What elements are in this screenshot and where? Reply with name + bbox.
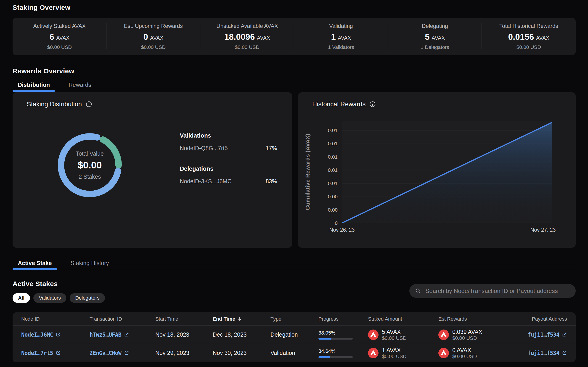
external-link-icon <box>124 350 129 356</box>
info-icon[interactable] <box>369 101 376 108</box>
end-time: Dec 18, 2023 <box>213 331 270 338</box>
stat-unit: AVAX <box>56 35 69 41</box>
staked-amount-cell: 5 AVAX$0.00 USD <box>368 328 438 341</box>
est-rewards-cell: 0.039 AVAX$0.00 USD <box>438 328 514 341</box>
stat-delegating: Delegating 5AVAX 1 Delegators <box>388 18 482 55</box>
y-tick: 0.01 <box>312 127 338 133</box>
search-bar[interactable] <box>409 284 576 298</box>
staking-distribution-title: Staking Distribution <box>27 100 82 108</box>
payout-address-link[interactable]: fuji1…f534 <box>528 332 567 338</box>
progress-cell: 34.64% <box>318 348 368 358</box>
external-link-icon <box>562 332 567 337</box>
stat-sub: $0.00 USD <box>235 44 260 50</box>
area-chart <box>342 121 552 223</box>
y-tick: 0.00 <box>312 194 338 200</box>
tx-id-link[interactable]: hTwz5…UFAB <box>90 332 129 338</box>
progress-bar <box>318 338 353 340</box>
stat-label: Est. Upcoming Rewards <box>124 23 183 29</box>
table-header: Node ID Transaction ID Start Time End Ti… <box>13 312 576 325</box>
sort-desc-icon <box>237 317 242 322</box>
start-time: Nov 18, 2023 <box>155 331 213 338</box>
tab-active-stake[interactable]: Active Stake <box>13 260 57 270</box>
validation-row: NodeID-Q8G...7rt5 17% <box>180 145 277 151</box>
tab-distribution[interactable]: Distribution <box>13 81 55 92</box>
col-est-rewards: Est Rewards <box>438 316 514 322</box>
stat-unit: AVAX <box>338 35 351 41</box>
external-link-icon <box>124 332 129 337</box>
col-staked-amount: Staked Amount <box>368 316 438 322</box>
stat-value: 0.0156 <box>508 32 534 42</box>
delegation-percent: 83% <box>266 178 277 185</box>
donut-total-value: $0.00 <box>78 160 102 171</box>
staking-overview-stats: Actively Staked AVAX 6AVAX $0.00 USD Est… <box>13 18 576 55</box>
stat-label: Unstaked Available AVAX <box>216 23 278 29</box>
payout-address-text: fuji1…f534 <box>528 350 560 356</box>
stake-tabs: Active Stake Staking History <box>13 260 576 270</box>
col-start-time: Start Time <box>155 316 213 322</box>
search-input[interactable] <box>425 287 570 295</box>
end-time: Nov 30, 2023 <box>213 350 270 356</box>
col-progress: Progress <box>318 316 368 322</box>
est-rewards-amount: 0.039 AVAX <box>452 328 482 335</box>
tx-id-link[interactable]: 2EnGv…CMoW <box>90 350 129 356</box>
page-title: Staking Overview <box>13 4 576 11</box>
y-tick: 0 <box>312 220 338 226</box>
payout-address-link[interactable]: fuji1…f534 <box>528 350 567 356</box>
delegation-node-id: NodeID-3KS...J6MC <box>180 178 231 185</box>
start-time: Nov 29, 2023 <box>155 350 213 356</box>
stat-label: Delegating <box>422 23 448 29</box>
avax-logo-icon <box>438 348 449 358</box>
table-row: NodeI…7rt5 2EnGv…CMoW Nov 29, 2023 Nov 3… <box>13 344 576 362</box>
col-end-time-label: End Time <box>213 316 235 322</box>
validation-percent: 17% <box>266 145 277 151</box>
stat-sub: $0.00 USD <box>141 44 166 50</box>
chart-y-axis-label: Cumulative Rewards (AVAX) <box>304 134 311 210</box>
stake-type: Delegation <box>270 331 318 338</box>
stat-unit: AVAX <box>257 35 270 41</box>
filter-delegators[interactable]: Delegators <box>70 293 105 303</box>
filter-validators[interactable]: Validators <box>33 293 66 303</box>
progress-percent: 38.05% <box>318 330 359 336</box>
tab-rewards[interactable]: Rewards <box>63 81 96 92</box>
stat-validating: Validating 1AVAX 1 Validators <box>294 18 388 55</box>
stat-upcoming-rewards: Est. Upcoming Rewards 0AVAX $0.00 USD <box>106 18 200 55</box>
stake-type: Validation <box>270 350 318 356</box>
stat-unit: AVAX <box>432 35 445 41</box>
col-transaction-id: Transaction ID <box>90 316 155 322</box>
info-icon[interactable] <box>85 101 92 108</box>
table-row: NodeI…J6MC hTwz5…UFAB Nov 18, 2023 Dec 1… <box>13 325 576 344</box>
stat-unit: AVAX <box>536 35 549 41</box>
col-node-id: Node ID <box>21 316 90 322</box>
avax-logo-icon <box>368 348 378 358</box>
progress-cell: 38.05% <box>318 330 368 340</box>
rewards-overview-title: Rewards Overview <box>13 67 576 75</box>
stat-unit: AVAX <box>150 35 163 41</box>
est-rewards-amount: 0 AVAX <box>452 347 477 353</box>
node-id-link[interactable]: NodeI…J6MC <box>21 332 61 338</box>
stat-unstaked-available: Unstaked Available AVAX 18.0096AVAX $0.0… <box>200 18 294 55</box>
staked-amount: 5 AVAX <box>382 328 407 335</box>
node-id-link[interactable]: NodeI…7rt5 <box>21 350 61 356</box>
stat-value: 1 <box>331 32 336 42</box>
staking-distribution-donut: Total Value $0.00 2 Stakes <box>57 132 123 198</box>
filter-all[interactable]: All <box>13 293 30 303</box>
y-tick: 0.01 <box>312 154 338 160</box>
external-link-icon <box>56 332 61 337</box>
col-payout-address: Payout Address <box>514 316 567 322</box>
validation-node-id: NodeID-Q8G...7rt5 <box>180 145 228 151</box>
rewards-line-chart <box>342 121 552 223</box>
historical-rewards-title: Historical Rewards <box>312 100 366 108</box>
stat-value: 18.0096 <box>224 32 255 42</box>
avax-logo-icon <box>368 330 378 340</box>
x-tick-start: Nov 26, 23 <box>329 227 355 233</box>
stat-label: Actively Staked AVAX <box>33 23 86 29</box>
active-stakes-table: Node ID Transaction ID Start Time End Ti… <box>13 312 576 362</box>
col-end-time-sort[interactable]: End Time <box>213 316 270 322</box>
progress-percent: 34.64% <box>318 348 359 354</box>
node-id-text: NodeI…J6MC <box>21 332 53 338</box>
donut-total-label: Total Value <box>76 150 104 157</box>
tx-id-text: hTwz5…UFAB <box>90 332 122 338</box>
tab-staking-history[interactable]: Staking History <box>65 260 114 270</box>
progress-bar <box>318 356 353 358</box>
avax-logo-icon <box>438 330 449 340</box>
